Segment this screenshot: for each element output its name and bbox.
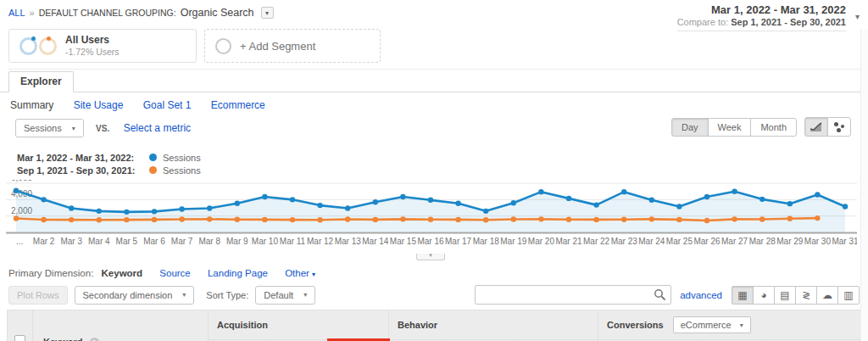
comparison-view-button[interactable]: ≷: [795, 286, 817, 305]
svg-text:Mar 4: Mar 4: [88, 237, 110, 246]
caret-down-icon: ▾: [182, 291, 186, 299]
legend-date-range: Sep 1, 2021 - Sep 30, 2021:: [17, 165, 144, 176]
svg-text:Mar 11: Mar 11: [280, 237, 306, 246]
segments-row: All Users -1.72% Users + Add Segment: [8, 29, 868, 70]
segment-delta: -1.72% Users: [65, 47, 120, 58]
svg-text:Mar 6: Mar 6: [143, 237, 165, 246]
subnav-goal-set-1[interactable]: Goal Set 1: [143, 99, 192, 111]
add-segment-button[interactable]: + Add Segment: [204, 29, 381, 63]
segment-donut-orange-icon: [39, 37, 57, 55]
conversions-label: Conversions: [607, 320, 664, 330]
svg-text:Mar 14: Mar 14: [362, 237, 389, 246]
svg-text:Mar 21: Mar 21: [555, 237, 582, 246]
search-icon[interactable]: [654, 288, 666, 301]
metric-dropdown-label: Sessions: [24, 123, 62, 133]
date-range-picker[interactable]: Mar 1, 2022 - Mar 31, 2022 Compare to: S…: [677, 3, 846, 31]
dimension-other[interactable]: Other ▾: [285, 268, 315, 278]
plot-rows-button[interactable]: Plot Rows: [8, 286, 68, 305]
performance-view-button[interactable]: ▤: [774, 286, 796, 305]
analytics-report-page: ALL » DEFAULT CHANNEL GROUPING: Organic …: [0, 0, 868, 341]
svg-text:Mar 27: Mar 27: [721, 237, 748, 246]
advanced-search-link[interactable]: advanced: [680, 290, 722, 300]
subnav-site-usage[interactable]: Site Usage: [74, 99, 124, 111]
table-search: [475, 285, 671, 305]
caret-down-icon: ▾: [429, 252, 432, 258]
select-all-checkbox[interactable]: [14, 335, 25, 341]
help-icon[interactable]: ?: [90, 338, 99, 341]
scrollbar-track[interactable]: [860, 29, 868, 341]
line-chart-view-button[interactable]: [804, 117, 828, 137]
data-table-view-button[interactable]: ▦: [732, 286, 754, 305]
svg-text:...: ...: [16, 237, 23, 246]
breadcrumb-separator: »: [30, 8, 35, 18]
percentage-view-button[interactable]: ◕: [753, 286, 775, 305]
svg-text:Mar 26: Mar 26: [693, 237, 721, 246]
legend-row-compare: Sep 1, 2021 - Sep 30, 2021: Sessions: [17, 164, 868, 176]
subnav-ecommerce[interactable]: Ecommerce: [211, 99, 265, 111]
metric-dropdown[interactable]: Sessions ▾: [15, 119, 84, 137]
table-toolbar: Plot Rows Secondary dimension ▾ Sort Typ…: [8, 285, 860, 305]
comparison-view-icon: ≷: [802, 289, 810, 301]
caret-down-icon: ▾: [303, 291, 307, 299]
segment-donut-blue-icon: [19, 37, 37, 55]
legend-row-current: Mar 1, 2022 - Mar 31, 2022: Sessions: [17, 151, 868, 164]
keyword-column-header[interactable]: Keyword ?: [33, 310, 209, 341]
breadcrumb-dimension-label: DEFAULT CHANNEL GROUPING:: [39, 8, 176, 18]
caret-down-icon: ▾: [740, 321, 743, 329]
term-cloud-view-button[interactable]: ☁: [816, 286, 838, 305]
primary-dimension-row: Primary Dimension: Keyword Source Landin…: [8, 268, 868, 278]
caret-down-icon: ▾: [72, 125, 75, 132]
caret-down-icon: ▾: [265, 9, 269, 17]
svg-text:Mar 30: Mar 30: [804, 237, 832, 246]
date-range: Mar 1, 2022 - Mar 31, 2022: [677, 3, 846, 16]
granularity-day-button[interactable]: Day: [671, 118, 709, 137]
svg-text:Mar 13: Mar 13: [335, 237, 362, 246]
compare-prefix: Compare to:: [677, 17, 729, 27]
svg-text:Mar 23: Mar 23: [611, 237, 638, 246]
svg-text:Mar 10: Mar 10: [252, 237, 279, 246]
table-view-toggle: ▦ ◕ ▤ ≷ ☁ ▥: [732, 286, 860, 305]
conversions-group-header: Conversions eCommerce ▾: [598, 310, 861, 340]
pivot-view-button[interactable]: ▥: [837, 286, 860, 305]
svg-text:Mar 8: Mar 8: [198, 237, 220, 246]
sort-type-dropdown[interactable]: Default ▾: [255, 286, 315, 305]
dimension-source[interactable]: Source: [159, 268, 190, 278]
caret-down-icon: ▾: [312, 271, 315, 278]
breadcrumb-dropdown-button[interactable]: ▾: [261, 7, 274, 19]
breadcrumb-all-link[interactable]: ALL: [8, 8, 25, 18]
chart-plot-area[interactable]: 2,0004,0006,000...Mar 2Mar 3Mar 4Mar 5Ma…: [6, 180, 868, 256]
subnav-summary[interactable]: Summary: [10, 99, 53, 111]
primary-dimension-label: Primary Dimension:: [8, 268, 93, 278]
dimension-keyword[interactable]: Keyword: [102, 268, 143, 278]
sort-type-value: Default: [264, 290, 293, 300]
svg-text:Mar 16: Mar 16: [417, 237, 444, 246]
add-segment-label: + Add Segment: [240, 40, 315, 53]
svg-text:Mar 22: Mar 22: [583, 237, 610, 246]
svg-text:Mar 18: Mar 18: [473, 237, 500, 246]
date-picker-caret-icon[interactable]: ▾: [855, 12, 860, 21]
svg-text:Mar 5: Mar 5: [116, 237, 138, 246]
svg-text:Mar 12: Mar 12: [307, 237, 334, 246]
term-cloud-view-icon: ☁: [822, 289, 832, 301]
pivot-view-icon: ▥: [843, 289, 853, 301]
motion-chart-view-button[interactable]: [827, 117, 851, 137]
svg-text:Mar 17: Mar 17: [445, 237, 472, 246]
tab-explorer[interactable]: Explorer: [8, 71, 74, 92]
line-chart-icon: [810, 122, 822, 132]
sessions-line-chart: 2,0004,0006,000...Mar 2Mar 3Mar 4Mar 5Ma…: [6, 180, 868, 260]
segment-name: All Users: [65, 34, 120, 47]
svg-text:Mar 9: Mar 9: [226, 237, 248, 246]
granularity-month-button[interactable]: Month: [750, 118, 797, 137]
svg-text:Mar 28: Mar 28: [749, 237, 776, 246]
granularity-week-button[interactable]: Week: [708, 118, 752, 137]
segment-all-users[interactable]: All Users -1.72% Users: [8, 29, 197, 63]
select-metric-link[interactable]: Select a metric: [124, 122, 191, 134]
tab-bar: Explorer: [0, 72, 868, 92]
svg-text:Mar 3: Mar 3: [60, 237, 82, 246]
table-search-input[interactable]: [476, 286, 670, 304]
conversions-goal-dropdown[interactable]: eCommerce ▾: [673, 316, 751, 333]
secondary-dimension-dropdown[interactable]: Secondary dimension ▾: [75, 286, 195, 305]
dimension-landing-page[interactable]: Landing Page: [208, 268, 268, 278]
compare-range: Compare to: Sep 1, 2021 - Sep 30, 2021: [677, 17, 846, 27]
top-bar: ALL » DEFAULT CHANNEL GROUPING: Organic …: [0, 0, 868, 25]
